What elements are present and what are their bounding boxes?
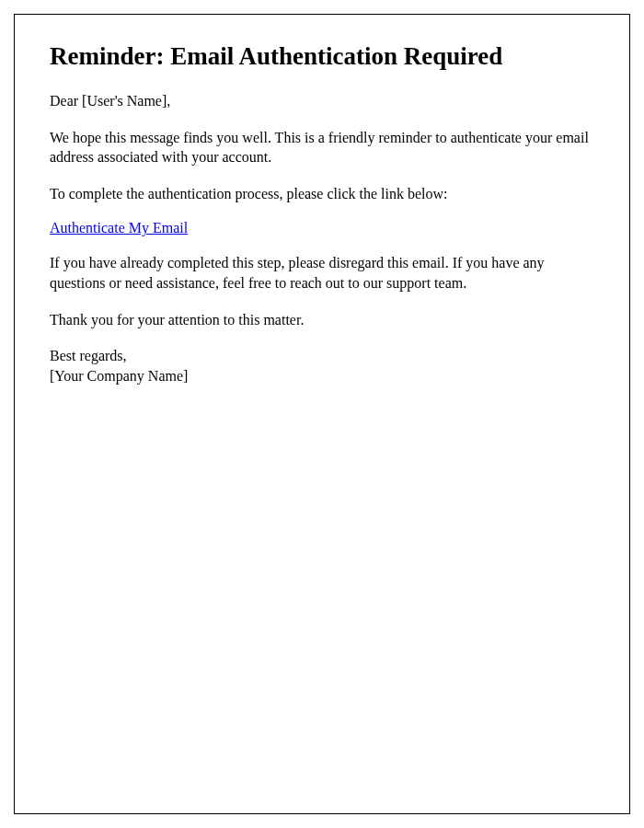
thanks-text: Thank you for your attention to this mat… [50,310,594,330]
intro-text: We hope this message finds you well. Thi… [50,128,594,167]
closing-company: [Your Company Name] [50,366,594,386]
greeting-text: Dear [User's Name], [50,91,594,111]
closing-regards: Best regards, [50,346,594,366]
document-heading: Reminder: Email Authentication Required [50,42,594,71]
closing-block: Best regards, [Your Company Name] [50,346,594,385]
instruction-text: To complete the authentication process, … [50,184,594,204]
document-frame: Reminder: Email Authentication Required … [14,14,630,814]
disregard-text: If you have already completed this step,… [50,253,594,293]
authenticate-link[interactable]: Authenticate My Email [50,220,188,236]
